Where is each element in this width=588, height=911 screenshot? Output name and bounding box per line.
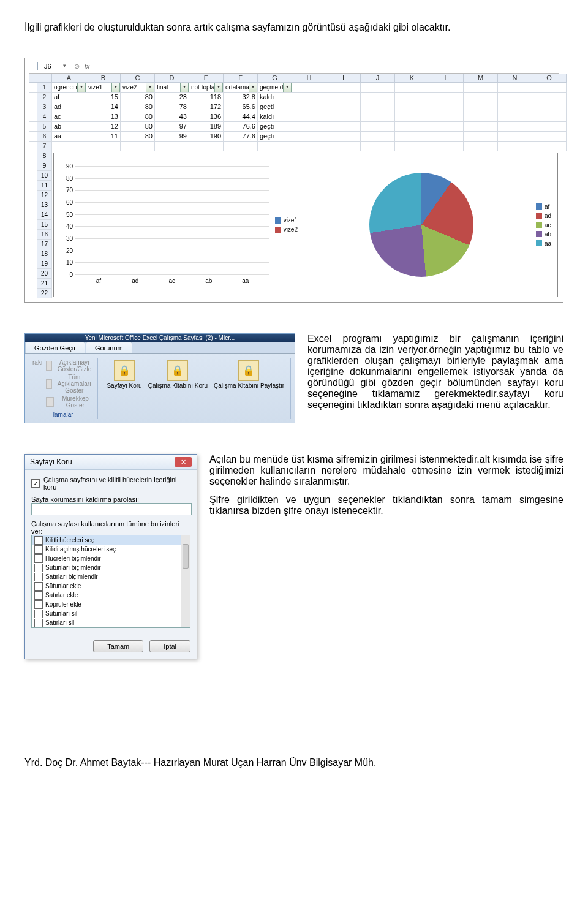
table-row: 3ad14807817265,6geçti xyxy=(29,102,559,112)
scrollbar[interactable] xyxy=(181,535,190,627)
close-icon[interactable]: ✕ xyxy=(175,457,192,467)
filter-icon[interactable]: ▾ xyxy=(214,83,223,93)
lock-icon: 🔒 xyxy=(238,360,259,381)
checkbox[interactable] xyxy=(34,582,43,591)
ribbon-small-item[interactable]: Mürekkep Göster xyxy=(46,395,94,409)
table-header-row: 1öğrenci ismi▾vize1▾vize2▾final▾not topl… xyxy=(29,83,559,93)
lock-icon: 🔒 xyxy=(167,360,188,381)
password-input[interactable] xyxy=(31,503,192,515)
page-footer: Yrd. Doç Dr. Ahmet Baytak--- Hazırlayan … xyxy=(24,757,564,768)
permission-item[interactable]: Satırlar ekle xyxy=(32,591,190,600)
permissions-label: Çalışma sayfası kullanıcılarının tümüne … xyxy=(31,520,190,535)
checkbox[interactable] xyxy=(34,591,43,600)
permission-item[interactable]: Satırları sil xyxy=(32,618,190,627)
filter-icon[interactable]: ▾ xyxy=(111,83,120,93)
checkbox[interactable] xyxy=(34,564,43,572)
bar-chart-container[interactable]: 0102030405060708090afadacabaa vize1vize2 xyxy=(53,153,304,297)
table-row: 4ac13804313644,4kaldı xyxy=(29,112,559,122)
table-row: 6aa11809919077,6geçti xyxy=(29,132,559,142)
checkbox[interactable] xyxy=(34,573,43,581)
permission-item[interactable]: Satırları biçimlendir xyxy=(32,572,190,581)
permission-item[interactable]: Sütunları biçimlendir xyxy=(32,563,190,572)
ribbon-small-item[interactable]: Tüm Açıklamaları Göster xyxy=(46,374,94,394)
pie-chart xyxy=(369,173,473,277)
permission-item[interactable]: Kilidi açılmış hücreleri seç xyxy=(32,545,190,554)
ribbon-group-footer: lamalar xyxy=(32,411,94,418)
ribbon-button[interactable]: 🔒Çalışma Kitabını Paylaştır xyxy=(211,359,287,418)
filter-icon[interactable]: ▾ xyxy=(249,83,257,93)
cancel-button[interactable]: İptal xyxy=(149,640,190,652)
fx-label: fx xyxy=(85,62,90,70)
checkbox[interactable] xyxy=(34,545,43,554)
lock-icon: 🔒 xyxy=(114,360,135,381)
excel-screenshot: J6 ⊘ fx ABCDEFGHIJKLMNO 1öğrenci ismi▾vi… xyxy=(24,58,564,303)
ribbon-button[interactable]: 🔒Çalışma Kitabını Koru xyxy=(146,359,210,418)
permission-item[interactable]: Sütunlar ekle xyxy=(32,581,190,591)
bar-chart-legend: vize1vize2 xyxy=(275,217,300,233)
ribbon-small-item[interactable]: Açıklamayı Göster/Gizle xyxy=(46,359,94,372)
fx-icon[interactable]: ⊘ xyxy=(74,62,80,70)
ribbon-tab[interactable]: Görünüm xyxy=(86,342,132,353)
filter-icon[interactable]: ▾ xyxy=(146,83,154,93)
password-label: Sayfa korumasını kaldırma parolası: xyxy=(31,496,190,503)
pie-chart-legend: afadacabaa xyxy=(536,203,554,247)
filter-icon[interactable]: ▾ xyxy=(180,83,189,93)
permission-item[interactable]: Sütunları sil xyxy=(32,609,190,618)
paragraph-3: Şifre girildikten ve uygun seçenekler tı… xyxy=(209,494,564,516)
permission-item[interactable]: Köprüler ekle xyxy=(32,600,190,609)
paragraph-2: Açılan bu menüde üst kısma şifremizin gi… xyxy=(209,454,564,487)
checkbox[interactable] xyxy=(34,536,43,545)
permissions-list[interactable]: Kilitli hücreleri seçKilidi açılmış hücr… xyxy=(31,535,190,628)
checkbox[interactable] xyxy=(34,600,43,609)
ribbon-tab[interactable]: Gözden Geçir xyxy=(25,342,85,353)
intro-paragraph: İlgili grafikleri de oluşturulduktan son… xyxy=(24,22,564,33)
checkbox[interactable] xyxy=(34,619,43,627)
permission-item[interactable]: Hücreleri biçimlendir xyxy=(32,554,190,563)
name-box[interactable]: J6 xyxy=(37,62,69,70)
ok-button[interactable]: Tamam xyxy=(93,640,143,652)
paragraph-1: Excel programı yaptığımız bir çalışmanın… xyxy=(307,333,564,410)
column-headers: ABCDEFGHIJKLMNO xyxy=(29,74,559,83)
pie-chart-container[interactable]: afadacabaa xyxy=(307,153,558,297)
table-row: 2af15802311832,8kaldı xyxy=(29,93,559,102)
bar-chart: 0102030405060708090afadacabaa xyxy=(58,164,271,286)
ribbon-button[interactable]: 🔒Sayfayı Koru xyxy=(104,359,144,418)
protect-checkbox-label: Çalışma sayfasını ve kilitli hücrelerin … xyxy=(43,476,190,491)
protect-sheet-dialog: Sayfayı Koru ✕ ✓ Çalışma sayfasını ve ki… xyxy=(24,454,197,659)
protect-checkbox[interactable]: ✓ xyxy=(31,479,40,488)
checkbox[interactable] xyxy=(34,610,43,618)
dialog-title: Sayfayı Koru xyxy=(30,458,72,466)
filter-icon[interactable]: ▾ xyxy=(283,83,292,93)
window-title: Yeni Microsoft Office Excel Çalışma Sayf… xyxy=(25,334,295,342)
filter-icon[interactable]: ▾ xyxy=(77,83,86,93)
permission-item[interactable]: Kilitli hücreleri seç xyxy=(32,535,190,545)
ribbon-screenshot: Yeni Microsoft Office Excel Çalışma Sayf… xyxy=(24,333,295,423)
ribbon-left-prefix: raki xyxy=(32,359,42,409)
checkbox[interactable] xyxy=(34,554,43,563)
table-row: 5ab12809718976,6geçti xyxy=(29,122,559,132)
